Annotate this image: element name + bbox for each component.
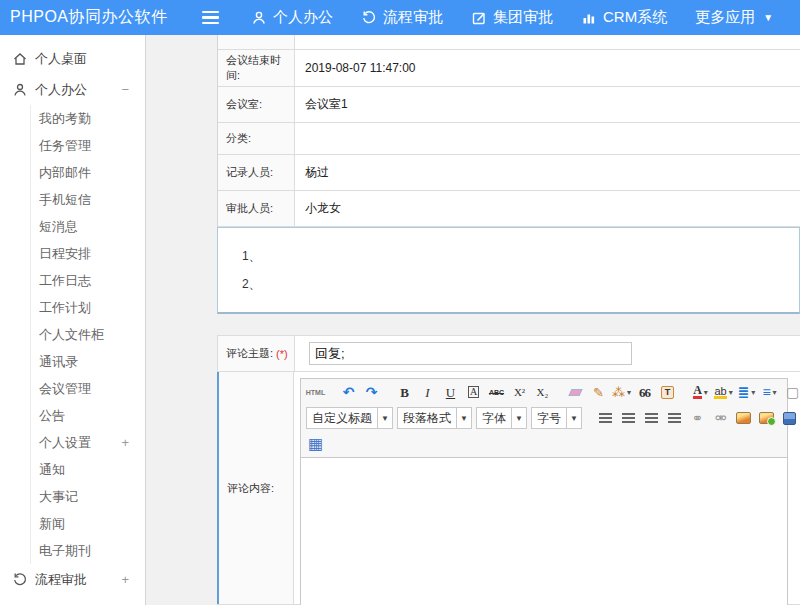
chart-icon — [581, 10, 597, 26]
expand-icon[interactable]: + — [121, 572, 145, 587]
sidebar-item-label: 工作计划 — [39, 299, 145, 317]
blockquote-icon: 66 — [639, 386, 650, 399]
align-left-button[interactable] — [595, 407, 616, 429]
hamburger-menu-icon[interactable] — [202, 8, 219, 28]
sidebar-item-personal-desktop[interactable]: 个人桌面 — [0, 43, 145, 74]
form-row-meeting-end-time: 会议结束时间:2019-08-07 11:47:00 — [218, 50, 800, 87]
chevron-down-icon: ▼ — [511, 408, 526, 428]
strikethrough-button[interactable]: ABC — [486, 381, 507, 403]
redo-icon: ↷ — [366, 385, 378, 399]
sidebar-item-schedule[interactable]: 日程安排 — [30, 240, 145, 267]
sidebar-item-workflow-approval[interactable]: 流程审批+ — [0, 564, 145, 595]
minutes-line: 1、 — [242, 242, 799, 270]
align-justify-button[interactable] — [664, 407, 685, 429]
sidebar-item-personal-cabinet[interactable]: 个人文件柜 — [30, 321, 145, 348]
history-icon — [12, 572, 28, 588]
meeting-minutes-box: 1、2、 — [217, 227, 800, 314]
undo-button[interactable]: ↶ — [338, 381, 359, 403]
font-color-button[interactable]: A▾ — [690, 381, 711, 403]
sidebar-item-label: 个人办公 — [35, 81, 121, 99]
italic-button[interactable]: I — [417, 381, 438, 403]
sidebar: 个人桌面个人办公−我的考勤任务管理内部邮件手机短信短消息日程安排工作日志工作计划… — [0, 35, 146, 605]
sidebar-item-big-events[interactable]: 大事记 — [30, 483, 145, 510]
insert-image-button[interactable] — [756, 407, 777, 429]
paste-plain-text-button[interactable]: T — [657, 381, 678, 403]
font-border-button[interactable]: A — [463, 381, 484, 403]
sidebar-item-internal-mail[interactable]: 内部邮件 — [30, 159, 145, 186]
paragraph-select[interactable]: 段落格式▼ — [397, 407, 472, 429]
nav-personal-office[interactable]: 个人办公 — [237, 0, 347, 35]
form-label-category: 分类: — [218, 123, 295, 154]
form-row-meeting-room: 会议室:会议室1 — [218, 87, 800, 123]
sidebar-item-label: 短消息 — [39, 218, 145, 236]
chevron-down-icon: ▾ — [751, 388, 755, 397]
align-right-button[interactable] — [641, 407, 662, 429]
nav-workflow-approval[interactable]: 流程审批 — [347, 0, 457, 35]
html-source-button[interactable]: HTML — [305, 381, 326, 403]
subscript-button[interactable]: X₂ — [532, 381, 553, 403]
highlight-color-button[interactable]: ab▾ — [713, 381, 734, 403]
sidebar-item-contacts[interactable]: 通讯录 — [30, 348, 145, 375]
sidebar-item-mobile-sms[interactable]: 手机短信 — [30, 186, 145, 213]
nav-group-approval[interactable]: 集团审批 — [457, 0, 567, 35]
sidebar-item-work-plan[interactable]: 工作计划 — [30, 294, 145, 321]
sidebar-item-label: 任务管理 — [39, 137, 145, 155]
auto-typeset-wand-button[interactable]: ⁂▾ — [611, 381, 632, 403]
format-painter-brush-button[interactable]: ✎ — [588, 381, 609, 403]
sidebar-item-personal-settings[interactable]: 个人设置+ — [30, 429, 145, 456]
sidebar-item-label: 个人文件柜 — [39, 326, 145, 344]
unordered-list-button[interactable]: ≡▾ — [759, 381, 780, 403]
ordered-list-button[interactable]: ≣▾ — [736, 381, 757, 403]
sidebar-item-task-management[interactable]: 任务管理 — [30, 132, 145, 159]
form-label-meeting-end-time: 会议结束时间: — [218, 50, 295, 86]
insert-table-button[interactable]: ▦ — [305, 433, 326, 455]
remove-format-eraser-button[interactable] — [565, 381, 586, 403]
sidebar-item-label: 公告 — [39, 407, 145, 425]
image-button[interactable] — [733, 407, 754, 429]
align-center-button[interactable] — [618, 407, 639, 429]
underline-icon: U — [446, 386, 455, 399]
sidebar-item-meeting-management[interactable]: 会议管理 — [30, 375, 145, 402]
collapse-icon[interactable]: − — [121, 82, 145, 97]
sidebar-item-label: 通讯录 — [39, 353, 145, 371]
sidebar-item-e-journal[interactable]: 电子期刊 — [30, 537, 145, 564]
meeting-detail-table: 会议结束时间:2019-08-07 11:47:00会议室:会议室1分类:记录人… — [217, 35, 800, 227]
align-center-icon — [622, 413, 635, 424]
insert-media-button[interactable] — [779, 407, 800, 429]
form-row-recorder: 记录人员:杨过 — [218, 155, 800, 191]
nav-more-apps[interactable]: 更多应用 ▼ — [681, 0, 787, 35]
sidebar-item-short-message[interactable]: 短消息 — [30, 213, 145, 240]
chevron-down-icon: ▾ — [773, 388, 777, 397]
expand-icon[interactable]: + — [121, 435, 145, 450]
required-mark: (*) — [276, 348, 288, 360]
form-value-recorder: 杨过 — [295, 155, 800, 190]
sidebar-item-work-diary[interactable]: 工作日志 — [30, 267, 145, 294]
redo-button[interactable]: ↷ — [361, 381, 382, 403]
sidebar-item-news[interactable]: 新闻 — [30, 510, 145, 537]
bold-button[interactable]: B — [394, 381, 415, 403]
comment-form-table: 评论主题: (*) 评论内容: HTML↶↷BIUAABCX²X₂✎⁂▾66TA… — [217, 335, 800, 605]
remove-link-button[interactable]: ⚮ — [710, 407, 731, 429]
blockquote-button[interactable]: 66 — [634, 381, 655, 403]
comment-subject-input[interactable] — [309, 342, 632, 365]
chevron-down-icon: ▼ — [566, 408, 581, 428]
form-value-meeting-room: 会议室1 — [295, 87, 800, 122]
heading-select[interactable]: 自定义标题▼ — [306, 407, 393, 429]
underline-button[interactable]: U — [440, 381, 461, 403]
align-justify-icon — [668, 413, 681, 424]
sidebar-item-announcement[interactable]: 公告 — [30, 402, 145, 429]
user-icon — [251, 10, 267, 26]
form-value-spacer-row — [295, 35, 800, 49]
nav-crm-system[interactable]: CRM系统 — [567, 0, 681, 35]
chevron-down-icon: ▼ — [456, 408, 471, 428]
font-size-select[interactable]: 字号▼ — [531, 407, 582, 429]
superscript-button[interactable]: X² — [509, 381, 530, 403]
italic-icon: I — [425, 386, 429, 399]
sidebar-item-personal-office[interactable]: 个人办公− — [0, 74, 145, 105]
new-page-button[interactable]: ▢ — [782, 381, 800, 403]
sidebar-item-my-attendance[interactable]: 我的考勤 — [30, 105, 145, 132]
font-family-select[interactable]: 字体▼ — [476, 407, 527, 429]
editor-content-area[interactable] — [301, 457, 787, 605]
insert-link-button[interactable]: ⚭ — [687, 407, 708, 429]
sidebar-item-notice[interactable]: 通知 — [30, 456, 145, 483]
